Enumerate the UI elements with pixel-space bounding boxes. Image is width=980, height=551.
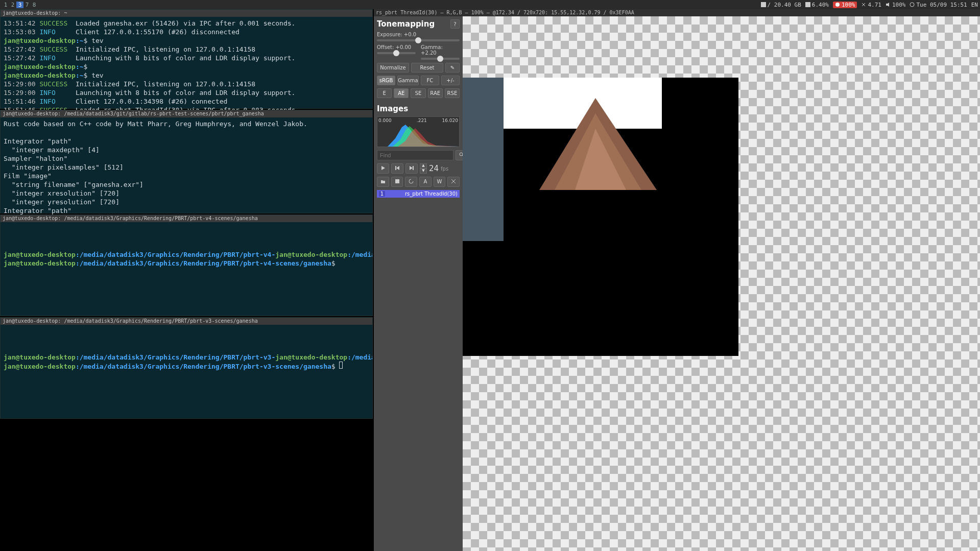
terminal-pane-v3[interactable]: jan@tuxedo-desktop: /media/datadisk3/Gra… (0, 317, 373, 419)
svg-rect-16 (395, 179, 399, 183)
exposure-slider[interactable] (377, 39, 460, 41)
terminal-pane-v4[interactable]: jan@tuxedo-desktop: /media/datadisk3/Gra… (0, 214, 373, 316)
cursor (339, 362, 343, 369)
image-list-item[interactable]: 1 rs_pbrt ThreadId(30) (377, 190, 460, 198)
workspace-8[interactable]: 8 (31, 2, 38, 8)
tonemapping-heading: Tonemapping (377, 19, 435, 29)
clock: Tue 05/09 15:51 (910, 2, 967, 8)
workspace-1[interactable]: 1 (2, 2, 9, 8)
save-icon (395, 179, 400, 184)
image-name: rs_pbrt ThreadId(30) (405, 191, 458, 197)
image-canvas[interactable] (463, 16, 980, 551)
fc-button[interactable]: FC (421, 76, 439, 85)
gamma-label: Gamma: +2.20 (421, 44, 460, 56)
close-icon (451, 179, 456, 184)
svg-marker-3 (886, 3, 889, 7)
help-button[interactable]: ? (450, 19, 460, 29)
hist-min: 0.000 (378, 118, 392, 123)
pane-title: jan@tuxedo-desktop: /media/datadisk3/Gra… (1, 215, 372, 222)
exposure-label: Exposure: +0.0 (377, 32, 460, 37)
pane-title: jan@tuxedo-desktop: /media/datadisk3/Gra… (1, 318, 372, 325)
load-average: 4.71 (861, 2, 881, 8)
top-bar: 1 2 3 7 8 / 20.40 GB 6.40% 100% 4.71 100… (0, 0, 980, 9)
hist-mid: .221 (417, 118, 427, 123)
terminal-pane-rspbrt[interactable]: jan@tuxedo-desktop: /media/datadisk3/git… (0, 110, 373, 213)
reload-icon (409, 179, 414, 184)
rae-button[interactable]: RAE (428, 88, 443, 98)
disk-usage: / 20.40 GB (761, 2, 801, 8)
rse-button[interactable]: RSE (445, 88, 460, 98)
system-tray: / 20.40 GB 6.40% 100% 4.71 100% Tue 05/0… (761, 2, 978, 8)
skip-next-icon (409, 165, 414, 171)
image-index: 1 (379, 191, 385, 197)
open-button[interactable] (377, 177, 389, 187)
terminal-body[interactable]: jan@tuxedo-desktop:/media/datadisk3/Grap… (1, 325, 372, 373)
ae-button[interactable]: AE (394, 88, 409, 98)
prev-button[interactable] (391, 163, 403, 174)
svg-rect-13 (395, 166, 396, 170)
skip-prev-icon (395, 165, 400, 171)
e-button[interactable]: E (377, 88, 392, 98)
svg-point-2 (835, 3, 840, 7)
svg-rect-15 (413, 166, 414, 170)
tev-sidebar: Tonemapping ? Exposure: +0.0 Offset: +0.… (374, 16, 463, 551)
terminal-stack: jan@tuxedo-desktop: ~ 13:51:42 SUCCESS L… (0, 9, 373, 551)
offset-label: Offset: +0.00 (377, 44, 416, 50)
play-icon (380, 165, 386, 171)
reload-all-button[interactable]: A (419, 177, 432, 187)
gamma-button[interactable]: Gamma (397, 76, 419, 85)
volume[interactable]: 100% (886, 2, 906, 8)
folder-icon (380, 179, 386, 184)
svg-point-4 (910, 3, 914, 7)
find-input[interactable] (377, 150, 453, 160)
svg-marker-11 (381, 166, 385, 170)
se-button[interactable]: SE (411, 88, 425, 98)
play-button[interactable] (377, 163, 389, 174)
pane-title: jan@tuxedo-desktop: ~ (1, 10, 372, 17)
keyboard-layout[interactable]: EN (971, 2, 978, 8)
terminal-body[interactable]: jan@tuxedo-desktop:/media/datadisk3/Grap… (1, 222, 372, 270)
workspace-7[interactable]: 7 (23, 2, 31, 8)
workspace-2[interactable]: 2 (9, 2, 16, 8)
svg-rect-0 (761, 2, 766, 7)
reset-button[interactable]: Reset (411, 63, 443, 73)
render-preview (463, 78, 738, 356)
eyedropper-button[interactable]: ✎ (445, 63, 460, 73)
chevron-up-icon[interactable]: ▲ (420, 163, 427, 169)
plusminus-button[interactable]: +/- (441, 76, 460, 85)
terminal-pane-home[interactable]: jan@tuxedo-desktop: ~ 13:51:42 SUCCESS L… (0, 9, 373, 109)
normalize-button[interactable]: Normalize (377, 63, 409, 73)
hist-max: 16.020 (442, 118, 459, 123)
workspace-switcher: 1 2 3 7 8 (2, 2, 38, 8)
tev-viewer: rs_pbrt ThreadId(30) – R,G,B – 100% – @1… (374, 9, 980, 551)
reload-button[interactable] (405, 177, 417, 187)
fps-unit: fps (441, 166, 448, 172)
svg-rect-1 (805, 2, 810, 7)
ganesha-mesh-icon (524, 93, 667, 190)
svg-marker-14 (410, 166, 413, 170)
cpu-warning: 100% (833, 2, 857, 8)
watch-button[interactable]: W (434, 177, 446, 187)
chip-icon (805, 2, 810, 7)
ram-usage: 6.40% (805, 2, 829, 8)
next-button[interactable] (405, 163, 418, 174)
images-heading: Images (377, 104, 460, 113)
share-icon (861, 2, 866, 7)
histogram-plot (377, 123, 459, 147)
tev-title-bar: rs_pbrt ThreadId(30) – R,G,B – 100% – @1… (374, 9, 980, 16)
chevron-down-icon[interactable]: ▼ (420, 169, 427, 174)
srgb-button[interactable]: sRGB (377, 76, 395, 85)
histogram[interactable]: 0.000 .221 16.020 (377, 116, 460, 147)
svg-marker-12 (396, 166, 399, 170)
speaker-icon (886, 2, 891, 7)
offset-slider[interactable] (377, 52, 416, 54)
clock-icon (910, 2, 915, 7)
gamma-slider[interactable] (421, 58, 460, 60)
workspace-3[interactable]: 3 (16, 2, 23, 8)
save-button[interactable] (391, 177, 403, 187)
disk-icon (761, 2, 766, 7)
close-button[interactable] (447, 177, 460, 187)
gauge-icon (835, 2, 840, 7)
pane-title: jan@tuxedo-desktop: /media/datadisk3/git… (1, 110, 372, 117)
fps-stepper[interactable]: ▲▼ (420, 163, 427, 174)
